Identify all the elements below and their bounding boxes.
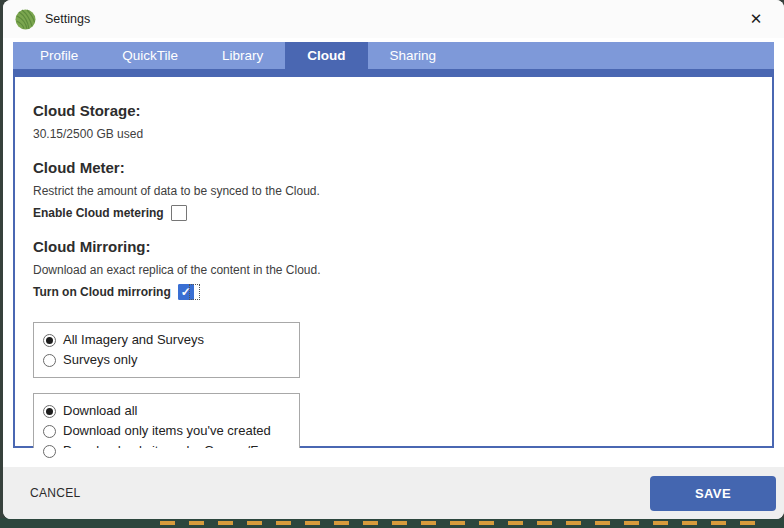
background-app-strip [0,518,784,528]
cloud-metering-row: Enable Cloud metering [33,205,754,221]
radio-label: Download all [63,401,137,421]
app-logo-icon [15,9,36,30]
save-button[interactable]: SAVE [650,476,776,511]
radio-icon[interactable] [43,405,56,418]
radio-option[interactable]: Download all [43,401,290,421]
radio-icon[interactable] [43,334,56,347]
cloud-mirroring-row: Turn on Cloud mirroring ✓ [33,284,754,300]
tab-profile[interactable]: Profile [18,42,100,69]
window-title: Settings [45,12,90,26]
tab-cloud[interactable]: Cloud [285,42,367,69]
content-footer-gap [3,448,784,467]
tab-bar: ProfileQuickTileLibraryCloudSharing [13,42,774,69]
imagery-scope-group: All Imagery and SurveysSurveys only [33,322,300,378]
cloud-meter-heading: Cloud Meter: [33,158,754,178]
cloud-storage-usage: 30.15/2500 GB used [33,126,754,142]
radio-option[interactable]: Download only items you've created [43,421,290,441]
cloud-mirroring-heading: Cloud Mirroring: [33,237,754,257]
settings-dialog: Settings ✕ ProfileQuickTileLibraryCloudS… [3,0,784,519]
radio-label: All Imagery and Surveys [63,330,204,350]
close-icon[interactable]: ✕ [740,5,772,33]
cancel-button[interactable]: CANCEL [30,486,80,500]
title-bar: Settings ✕ [3,0,784,38]
footer-bar: CANCEL SAVE [3,467,784,519]
radio-label: Surveys only [63,350,137,370]
cloud-storage-heading: Cloud Storage: [33,101,754,121]
radio-icon[interactable] [43,354,56,367]
tab-library[interactable]: Library [200,42,285,69]
cloud-mirroring-label: Turn on Cloud mirroring [33,285,171,299]
radio-option[interactable]: Surveys only [43,350,290,370]
checkbox-focus-outline [189,284,200,300]
cloud-metering-label: Enable Cloud metering [33,206,164,220]
cloud-mirroring-description: Download an exact replica of the content… [33,262,754,278]
cloud-tab-panel: Cloud Storage: 30.15/2500 GB used Cloud … [13,77,774,448]
tab-quicktile[interactable]: QuickTile [100,42,200,69]
radio-label: Download only items you've created [63,421,271,441]
tab-underline-strip [13,69,774,77]
radio-icon[interactable] [43,445,56,458]
radio-option[interactable]: All Imagery and Surveys [43,330,290,350]
radio-icon[interactable] [43,425,56,438]
cloud-metering-checkbox[interactable] [171,205,187,221]
tab-sharing[interactable]: Sharing [368,42,459,69]
map-route-dashes [160,521,760,525]
cloud-meter-description: Restrict the amount of data to be synced… [33,183,754,199]
tabs-section: ProfileQuickTileLibraryCloudSharing [13,42,774,77]
